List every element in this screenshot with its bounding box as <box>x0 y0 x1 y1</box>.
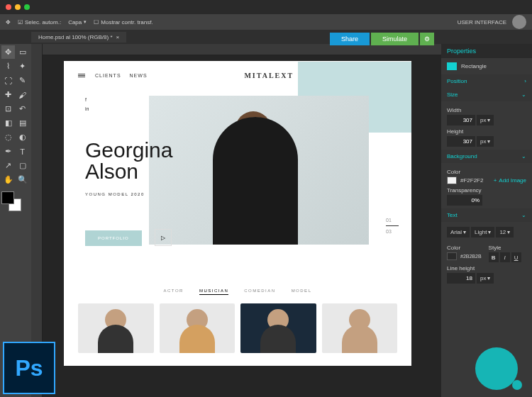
dodge-tool[interactable]: ◐ <box>16 130 29 144</box>
gradient-tool[interactable]: ▤ <box>16 116 29 130</box>
category-tab: MODEL <box>292 289 312 295</box>
document-tabs: Home.psd al 100% (RGB/8) *× <box>0 30 532 44</box>
underline-button[interactable]: U <box>511 252 521 262</box>
thumbnail-card <box>160 303 235 353</box>
zoom-tool[interactable]: 🔍 <box>16 173 29 186</box>
category-tab: COMEDIAN <box>244 289 275 295</box>
nav-link: CLIENTS <box>95 73 121 78</box>
share-button[interactable]: Share <box>330 33 370 45</box>
hand-tool[interactable]: ✋ <box>1 173 15 186</box>
document-tab[interactable]: Home.psd al 100% (RGB/8) *× <box>31 32 126 43</box>
horizontal-ruler <box>43 44 441 55</box>
design-artboard[interactable]: CLIENTS NEWS MITALEXT ⚲ fin GeorginaAlso… <box>64 61 411 366</box>
thumbnail-card <box>240 303 316 353</box>
position-section-toggle[interactable]: Position› <box>441 74 532 88</box>
nav-link: NEWS <box>130 73 148 78</box>
width-input[interactable] <box>447 115 475 125</box>
panel-title: Properties <box>441 44 532 58</box>
width-unit-select[interactable]: px ▾ <box>477 115 494 125</box>
social-links: fin <box>85 97 89 111</box>
category-tab: ACTOR <box>164 289 184 295</box>
close-window-icon[interactable] <box>6 4 11 10</box>
portfolio-button: PORTFOLIO <box>85 230 142 246</box>
height-label: Height <box>447 128 526 135</box>
text-color-value: #2B2B2B <box>460 254 482 259</box>
text-section-toggle[interactable]: Text⌄ <box>441 208 532 222</box>
transparency-label: Transparency <box>447 187 526 194</box>
maximize-window-icon[interactable] <box>24 4 30 10</box>
category-tabs: ACTOR MUSICIAN COMEDIAN MODEL <box>64 289 411 295</box>
properties-panel: Properties Rectangle Position› Size⌄ Wid… <box>441 44 532 397</box>
slide-counter: 0103 <box>386 218 399 234</box>
bold-button[interactable]: B <box>489 252 499 262</box>
lasso-tool[interactable]: ⌇ <box>1 60 15 73</box>
line-height-label: Line height <box>447 265 526 272</box>
background-section-toggle[interactable]: Background⌄ <box>441 150 532 163</box>
add-image-button[interactable]: Add Image <box>494 177 526 184</box>
text-color-swatch[interactable] <box>447 252 457 260</box>
minimize-window-icon[interactable] <box>15 4 21 10</box>
hero-title: GeorginaAlson <box>85 140 172 182</box>
simulate-button[interactable]: Simulate <box>371 33 419 45</box>
text-color-label: Color <box>447 245 482 251</box>
move-tool[interactable]: ✥ <box>1 45 15 59</box>
wand-tool[interactable]: ✦ <box>16 60 29 73</box>
marquee-tool[interactable]: ▭ <box>16 45 29 59</box>
eyedropper-tool[interactable]: ✎ <box>16 74 29 87</box>
thumbnail-card <box>78 303 154 353</box>
layer-dropdown[interactable]: Capa ▾ <box>68 19 87 26</box>
photoshop-logo-icon: Ps <box>3 342 55 394</box>
thumbnail-card <box>322 303 398 353</box>
shape-type-label: Rectangle <box>461 63 487 69</box>
line-height-input[interactable] <box>447 273 475 284</box>
decorative-circle <box>475 347 518 390</box>
transparency-input[interactable] <box>447 195 482 206</box>
font-family-select[interactable]: Arial ▾ <box>447 227 470 237</box>
height-unit-select[interactable]: px ▾ <box>477 136 494 147</box>
user-avatar[interactable] <box>512 15 526 29</box>
style-label: Style <box>489 245 521 251</box>
prototype-actions: Share Simulate ⚙ <box>330 33 434 45</box>
height-input[interactable] <box>447 136 475 147</box>
pen-tool[interactable]: ✒ <box>1 145 15 158</box>
settings-button[interactable]: ⚙ <box>420 33 434 45</box>
brush-tool[interactable]: 🖌 <box>16 88 29 101</box>
font-size-select[interactable]: 12 ▾ <box>496 227 514 237</box>
stamp-tool[interactable]: ⊡ <box>1 102 15 116</box>
shape-swatch <box>447 62 457 70</box>
eraser-tool[interactable]: ◧ <box>1 116 15 130</box>
history-brush-tool[interactable]: ↶ <box>16 102 29 116</box>
user-interface-label: USER INTERFACE <box>458 19 506 26</box>
italic-button[interactable]: I <box>500 252 510 262</box>
size-section-toggle[interactable]: Size⌄ <box>441 88 532 101</box>
line-height-unit-select[interactable]: px ▾ <box>477 273 494 284</box>
hero-image <box>149 96 369 245</box>
font-weight-select[interactable]: Light ▾ <box>471 227 494 237</box>
auto-select-toggle[interactable]: ☑ Selec. autom.: <box>18 19 61 26</box>
close-tab-icon[interactable]: × <box>116 34 120 40</box>
blur-tool[interactable]: ◌ <box>1 130 15 144</box>
shape-tool[interactable]: ▢ <box>16 159 29 172</box>
window-titlebar <box>0 0 532 14</box>
brand-logo: MITALEXT <box>244 72 294 79</box>
hamburger-icon <box>78 74 85 77</box>
play-icon: ▷ <box>155 229 172 246</box>
healing-tool[interactable]: ✚ <box>1 88 15 101</box>
options-bar: ✥ ☑ Selec. autom.: Capa ▾ ☐ Mostrar cont… <box>0 14 532 30</box>
width-label: Width <box>447 107 526 113</box>
bg-color-label: Color <box>447 169 526 175</box>
move-tool-icon: ✥ <box>6 19 11 26</box>
hero-section: fin GeorginaAlson YOUNG MODEL 2020 PORTF… <box>64 90 411 267</box>
decorative-circle <box>512 380 522 390</box>
thumbnail-row <box>64 295 411 353</box>
bg-color-swatch[interactable] <box>447 177 457 184</box>
path-tool[interactable]: ↗ <box>1 159 15 172</box>
crop-tool[interactable]: ⛶ <box>1 74 15 87</box>
category-tab: MUSICIAN <box>199 289 228 295</box>
bg-color-value: #F2F2F2 <box>460 177 483 184</box>
color-swatches[interactable] <box>1 191 30 213</box>
hero-subtitle: YOUNG MODEL 2020 <box>85 192 172 196</box>
type-tool[interactable]: T <box>16 145 29 158</box>
show-transform-toggle[interactable]: ☐ Mostrar contr. transf. <box>94 19 153 26</box>
